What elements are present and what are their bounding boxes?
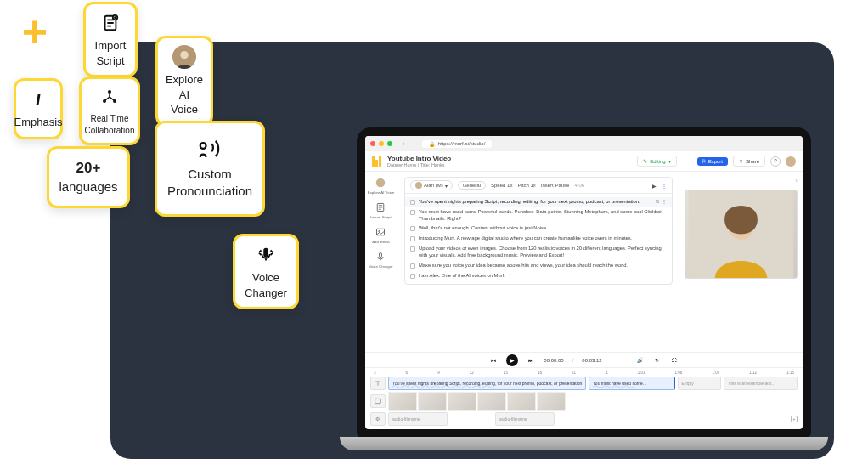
script-line[interactable]: I am Alex. One of the AI voices on Murf.	[405, 271, 672, 281]
script-text: Make sure you voice your idea because ab…	[419, 263, 667, 269]
ruler-tick: 1:09	[712, 371, 719, 375]
block-menu-icon[interactable]: ⋮	[662, 183, 667, 189]
script-line[interactable]: Upload your videos or even images. Choos…	[405, 244, 672, 261]
audio-track-icon	[370, 412, 386, 426]
play-button[interactable]: ▶	[506, 354, 518, 366]
checkbox-icon[interactable]	[410, 246, 415, 252]
window-min-icon[interactable]	[379, 141, 384, 146]
collab-card[interactable]: Real Time Collaboration	[79, 76, 140, 145]
timeline-example-clip[interactable]: This is an example text…	[724, 377, 798, 390]
play-block-icon[interactable]: ▶	[652, 183, 657, 189]
window-max-icon[interactable]	[387, 141, 392, 146]
checkbox-icon[interactable]	[410, 274, 415, 279]
checkbox-icon[interactable]	[410, 264, 415, 269]
script-text: Well, that's not enough. Content without…	[419, 225, 667, 232]
nav-back-icon[interactable]: ‹	[403, 141, 404, 147]
video-preview[interactable]	[685, 190, 798, 279]
timeline-clip[interactable]: You've spent nights preparing Script, re…	[388, 377, 586, 390]
video-track-icon	[370, 394, 386, 408]
script-line[interactable]: Introducing Murf. A new age digital stud…	[405, 234, 672, 244]
emphasis-card[interactable]: I Emphasis	[14, 78, 63, 139]
sidebar-item-media[interactable]: Add Media	[372, 226, 390, 244]
loop-icon[interactable]: ↻	[653, 356, 662, 365]
video-thumb[interactable]	[388, 392, 417, 411]
collapse-preview-icon[interactable]: ›	[795, 177, 798, 184]
speak-icon	[194, 137, 225, 162]
voice-changer-card[interactable]: Voice Changer	[233, 234, 299, 309]
line-menu-icon[interactable]: ⋮	[662, 199, 667, 206]
timeline[interactable]: 3691215182111:031:061:091:121:15 You've …	[365, 367, 803, 429]
sidebar-item-import[interactable]: Import Script	[370, 201, 391, 219]
style-selector[interactable]: General	[458, 181, 486, 190]
avatar-icon	[172, 45, 196, 69]
audio-clip[interactable]: audio-filename	[495, 412, 555, 426]
script-text: I am Alex. One of the AI voices on Murf.	[419, 273, 667, 280]
skip-back-icon[interactable]: ⏮	[489, 356, 498, 365]
video-thumb[interactable]	[507, 392, 536, 411]
voice-changer-label-2: Changer	[245, 286, 287, 301]
person-icon	[375, 177, 386, 189]
skip-fwd-icon[interactable]: ⏭	[527, 356, 535, 365]
pronounce-label-2: Pronounciation	[167, 183, 252, 200]
help-icon[interactable]: ?	[770, 156, 781, 167]
checkbox-icon[interactable]	[410, 226, 415, 231]
video-thumb[interactable]	[448, 392, 476, 411]
text-track[interactable]: You've spent nights preparing Script, re…	[370, 377, 798, 390]
audio-clip[interactable]: audio-filename	[388, 412, 448, 426]
insert-pause-button[interactable]: Insert Pause	[541, 183, 570, 188]
voice-selector[interactable]: Alan (M) ▾	[410, 180, 453, 190]
script-line[interactable]: You must have used some Powerful words. …	[405, 207, 672, 224]
editing-status-pill[interactable]: ✎ Editing ▾	[637, 156, 676, 167]
share-button[interactable]: ⇪ Share	[733, 156, 765, 167]
copy-icon[interactable]: ⧉	[656, 199, 659, 206]
audio-track[interactable]: audio-filename audio-filename +	[370, 412, 798, 426]
script-line[interactable]: Make sure you voice your idea because ab…	[405, 261, 672, 271]
add-track-icon[interactable]: +	[791, 416, 798, 422]
video-thumb[interactable]	[537, 392, 566, 411]
italic-icon: I	[26, 88, 50, 111]
export-button[interactable]: ⎘ Export	[697, 157, 728, 166]
timeline-ruler: 3691215182111:031:061:091:121:15	[370, 371, 798, 377]
svg-rect-16	[375, 399, 381, 403]
sidebar-item-explore[interactable]: Explore AI Voice	[368, 177, 394, 195]
pronounce-card[interactable]: Custom Pronounciation	[155, 121, 265, 217]
timeline-clip[interactable]: You must have used some…	[589, 377, 675, 390]
pitch-control[interactable]: Pitch 1x	[517, 183, 535, 188]
user-avatar[interactable]	[786, 156, 796, 167]
preview-pane: ›	[679, 172, 803, 352]
explore-label-1: Explore AI	[165, 72, 204, 102]
script-text: You've spent nights preparing Script, re…	[419, 199, 652, 206]
video-thumb[interactable]	[418, 392, 447, 411]
video-track[interactable]	[370, 392, 798, 411]
fullscreen-icon[interactable]: ⛶	[670, 356, 679, 365]
voice-changer-icon	[254, 243, 278, 267]
checkbox-icon[interactable]	[410, 236, 415, 241]
export-icon: ⎘	[702, 159, 706, 164]
checkbox-icon[interactable]	[410, 200, 415, 205]
breadcrumb[interactable]: Dapper Home | Title: Hanks	[387, 162, 451, 167]
volume-icon[interactable]: 🔊	[636, 356, 645, 365]
svg-point-9	[376, 178, 386, 188]
sidebar: Explore AI Voice Import Script Add Media…	[365, 172, 397, 352]
checkbox-icon[interactable]	[410, 210, 415, 215]
import-script-card[interactable]: Import Script	[83, 2, 138, 77]
sidebar-item-changer[interactable]: Voice Changer	[369, 251, 392, 269]
script-line[interactable]: Well, that's not enough. Content without…	[405, 224, 672, 234]
video-thumb[interactable]	[477, 392, 506, 411]
ruler-tick: 15	[504, 371, 508, 375]
pencil-icon: ✎	[643, 158, 647, 164]
speed-control[interactable]: Speed 1x	[491, 183, 512, 188]
window-close-icon[interactable]	[370, 141, 375, 146]
languages-card[interactable]: 20+ languages	[47, 146, 130, 208]
time-current: 00:00:00	[544, 358, 563, 363]
ruler-tick: 1:06	[675, 371, 683, 375]
ruler-tick: 1:12	[749, 371, 757, 375]
explore-ai-voice-card[interactable]: Explore AI Voice	[155, 36, 213, 127]
timeline-empty-clip[interactable]: Empty	[678, 377, 722, 390]
script-toolbar: Alan (M) ▾ General Speed 1x Pitch 1x Ins…	[405, 178, 672, 194]
ruler-tick: 1:15	[786, 371, 794, 375]
address-bar[interactable]: 🔒 https://murf.ai/studio/	[422, 140, 493, 148]
languages-count: 20+	[76, 159, 101, 178]
script-line[interactable]: You've spent nights preparing Script, re…	[405, 197, 672, 207]
murf-logo-icon[interactable]	[372, 156, 382, 167]
